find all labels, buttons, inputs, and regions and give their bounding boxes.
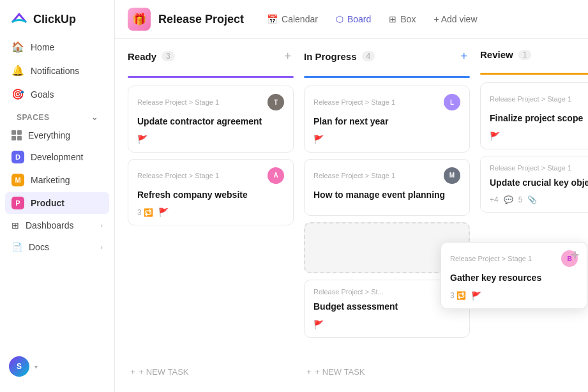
move-icon: ✛ xyxy=(571,249,579,261)
spaces-section: Spaces ⌄ xyxy=(5,107,109,126)
card-plan-next-year[interactable]: Release Project > Stage 1 L Plan for nex… xyxy=(304,86,470,153)
add-view-label: + Add view xyxy=(433,14,477,24)
sidebar-item-dashboards-label: Dashboards xyxy=(26,220,74,230)
sidebar-item-notifications-label: Notifications xyxy=(31,66,79,76)
card-finalize-meta: Release Project > Stage 1 K xyxy=(490,91,588,107)
comment-count: 3 🔁 xyxy=(137,208,153,217)
sidebar-item-notifications[interactable]: 🔔 Notifications xyxy=(5,59,109,82)
floating-card-footer: 3 🔁 🚩 xyxy=(450,291,578,301)
column-in-progress: In Progress 4 + Release Project > Stage … xyxy=(304,49,470,382)
goals-icon: 🎯 xyxy=(11,88,24,100)
column-ready-count: 3 xyxy=(162,51,175,61)
column-review: Review 1 Release Project > Stage 1 K Fin… xyxy=(480,49,588,382)
sidebar-item-home-label: Home xyxy=(31,42,54,52)
tab-box[interactable]: ⊞ Box xyxy=(381,10,423,28)
column-review-cards: Release Project > Stage 1 K Finalize pro… xyxy=(480,82,588,382)
card-update-contractor-breadcrumb: Release Project > Stage 1 xyxy=(137,98,219,106)
logo[interactable]: ClickUp xyxy=(0,0,114,36)
column-in-progress-title: In Progress xyxy=(304,51,357,62)
card-finalize-scope[interactable]: Release Project > Stage 1 K Finalize pro… xyxy=(480,82,588,149)
sidebar-nav: 🏠 Home 🔔 Notifications 🎯 Goals Spaces ⌄ … xyxy=(0,36,114,351)
card-update-contractor-footer: 🚩 xyxy=(137,135,284,144)
card-refresh-website-meta: Release Project > Stage 1 A xyxy=(137,167,284,184)
column-in-progress-new-task[interactable]: + + NEW TASK xyxy=(304,362,470,382)
column-in-progress-line xyxy=(304,76,470,78)
extra-count: +4 xyxy=(490,195,499,204)
avatar[interactable]: S xyxy=(9,356,29,377)
spaces-label: Spaces xyxy=(17,113,49,122)
sidebar-item-product[interactable]: P Product xyxy=(5,192,109,214)
floating-flag-icon: 🚩 xyxy=(471,291,481,301)
marketing-badge: M xyxy=(11,174,24,186)
card-key-objectives[interactable]: Release Project > Stage 1 Update crucial… xyxy=(480,156,588,213)
column-ready-new-task[interactable]: + + NEW TASK xyxy=(128,362,294,382)
sidebar-item-goals-label: Goals xyxy=(31,89,54,100)
sidebar-item-home[interactable]: 🏠 Home xyxy=(5,36,109,58)
tab-board-label: Board xyxy=(347,14,371,24)
card-budget-title: Budget assessment xyxy=(313,301,460,313)
card-objectives-meta: Release Project > Stage 1 xyxy=(490,164,588,172)
column-review-count: 1 xyxy=(518,50,532,60)
plus-icon: + xyxy=(130,367,135,377)
sidebar-item-product-label: Product xyxy=(31,198,64,208)
column-review-line xyxy=(480,73,588,75)
card-budget-breadcrumb: Release Project > St... xyxy=(313,288,384,296)
tab-calendar-label: Calendar xyxy=(282,14,318,24)
floating-card-breadcrumb: Release Project > Stage 1 xyxy=(450,255,532,262)
column-ready-header: Ready 3 + xyxy=(128,49,294,68)
sidebar-item-everything-label: Everything xyxy=(28,130,70,140)
flag-icon-green: 🚩 xyxy=(158,207,169,217)
sidebar-item-marketing[interactable]: M Marketing xyxy=(5,169,109,191)
card-refresh-website-stats: 3 🔁 xyxy=(137,208,153,217)
sidebar-item-development[interactable]: D Development xyxy=(5,146,109,168)
docs-icon: 📄 xyxy=(11,242,22,252)
tab-board[interactable]: ⬡ Board xyxy=(328,10,379,28)
card-update-contractor-avatar: T xyxy=(268,94,284,110)
sidebar-item-docs-label: Docs xyxy=(29,242,49,252)
floating-comment-count: 3 🔁 xyxy=(450,291,466,300)
column-ready-cards: Release Project > Stage 1 T Update contr… xyxy=(128,86,294,359)
tab-box-label: Box xyxy=(400,14,416,24)
clickup-logo-icon xyxy=(10,10,28,28)
card-objectives-footer: +4 💬 5 📎 xyxy=(490,195,588,204)
grid-icon xyxy=(11,130,22,140)
sidebar-item-goals[interactable]: 🎯 Goals xyxy=(5,83,109,105)
column-review-header: Review 1 xyxy=(480,49,588,65)
card-update-contractor-meta: Release Project > Stage 1 T xyxy=(137,94,284,110)
card-refresh-website[interactable]: Release Project > Stage 1 A Refresh comp… xyxy=(128,159,294,226)
box-icon: ⊞ xyxy=(389,14,396,24)
column-ready-add-button[interactable]: + xyxy=(282,49,294,63)
sidebar-item-dashboards[interactable]: ⊞ Dashboards › xyxy=(5,215,109,236)
top-tabs: 📅 Calendar ⬡ Board ⊞ Box + Add view xyxy=(259,10,485,28)
plus-icon-2: + xyxy=(306,367,312,377)
attachment-icon: 📎 xyxy=(527,195,537,204)
floating-card-title: Gather key resources xyxy=(450,272,578,285)
spaces-chevron-icon[interactable]: ⌄ xyxy=(91,113,98,122)
card-objectives-title: Update crucial key objectives xyxy=(490,177,588,190)
column-ready-title: Ready xyxy=(128,51,156,62)
add-view-button[interactable]: + Add view xyxy=(426,10,485,28)
sidebar: ClickUp 🏠 Home 🔔 Notifications 🎯 Goals S… xyxy=(0,0,115,392)
dashboards-chevron-icon: › xyxy=(100,222,103,229)
column-ready: Ready 3 + Release Project > Stage 1 T Up… xyxy=(128,49,294,382)
new-task-label: + NEW TASK xyxy=(139,367,189,377)
card-event-planning[interactable]: Release Project > Stage 1 M How to manag… xyxy=(304,159,470,216)
card-plan-meta: Release Project > Stage 1 L xyxy=(313,94,460,110)
project-icon: 🎁 xyxy=(128,8,151,31)
sidebar-item-everything[interactable]: Everything xyxy=(5,126,109,145)
floating-card[interactable]: ✛ Release Project > Stage 1 B Gather key… xyxy=(441,242,587,309)
dashboards-icon: ⊞ xyxy=(11,220,19,230)
column-ready-line xyxy=(128,76,294,78)
flag-icon-yellow: 🚩 xyxy=(313,320,324,329)
column-in-progress-add-button[interactable]: + xyxy=(458,49,470,63)
logo-text: ClickUp xyxy=(33,13,76,26)
card-update-contractor[interactable]: Release Project > Stage 1 T Update contr… xyxy=(128,86,294,153)
sidebar-item-docs[interactable]: 📄 Docs › xyxy=(5,237,109,257)
card-budget-footer: 🚩 xyxy=(313,320,460,329)
card-event-meta: Release Project > Stage 1 M xyxy=(313,167,460,184)
new-task-label-2: + NEW TASK xyxy=(315,367,365,377)
card-event-avatar: M xyxy=(444,167,460,184)
product-badge: P xyxy=(11,197,24,209)
card-finalize-breadcrumb: Release Project > Stage 1 xyxy=(490,95,571,103)
tab-calendar[interactable]: 📅 Calendar xyxy=(259,10,326,28)
